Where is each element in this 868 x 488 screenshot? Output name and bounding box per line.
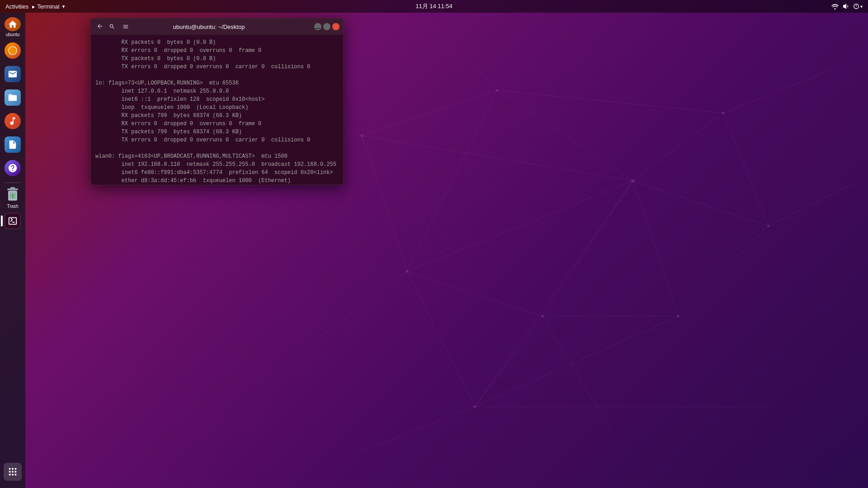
svg-line-6 (362, 136, 633, 181)
term-line-14 (95, 144, 339, 152)
svg-line-24 (316, 271, 407, 339)
svg-point-32 (677, 315, 679, 318)
term-line-2: RX errors 0 dropped 0 overruns 0 frame 0 (95, 47, 339, 55)
term-line-11: RX errors 0 dropped 0 overruns 0 frame 0 (95, 120, 339, 128)
maximize-button[interactable] (323, 23, 330, 30)
dock-label-trash: Trash (7, 204, 18, 209)
term-line-13: TX errors 0 dropped 0 overruns 0 carrier… (95, 136, 339, 144)
svg-line-26 (542, 316, 610, 429)
svg-line-22 (429, 23, 497, 90)
topbar: Activities ▸ Terminal ▼ 11月 14 11:54 ▾ (0, 0, 868, 13)
close-button[interactable]: ✕ (332, 23, 340, 30)
term-line-4: TX errors 0 dropped 0 overruns 0 carrier… (95, 63, 339, 71)
svg-rect-55 (15, 474, 17, 476)
dock-item-terminal[interactable] (3, 211, 23, 231)
dock-item-firefox[interactable] (3, 41, 23, 61)
dock-item-trash[interactable]: Trash (3, 188, 23, 207)
activities-button[interactable]: Activities (5, 3, 28, 10)
terminal-icon-small: ▸ (32, 3, 35, 10)
svg-line-10 (407, 271, 475, 407)
wifi-icon[interactable] (831, 3, 839, 10)
dock-item-thunderbird[interactable] (3, 64, 23, 84)
dock-separator (5, 183, 21, 183)
terminal-title: ubuntu@ubuntu: ~/Desktop (133, 23, 284, 30)
svg-line-13 (678, 226, 769, 316)
svg-point-34 (360, 134, 363, 137)
dock-item-help[interactable] (3, 158, 23, 178)
terminal-menu-icon[interactable] (121, 22, 131, 32)
dock-item-files[interactable] (3, 88, 23, 108)
svg-point-30 (722, 112, 725, 114)
term-line-16: inet 192.168.0.110 netmask 255.255.255.0… (95, 160, 339, 169)
term-line-10: RX packets 799 bytes 68374 (68.3 KB) (95, 112, 339, 120)
term-line-3: TX packets 0 bytes 0 (0.0 B) (95, 55, 339, 63)
svg-point-33 (541, 315, 544, 318)
system-menu[interactable]: ▾ (853, 3, 863, 9)
svg-line-25 (362, 407, 475, 452)
dock-label-home: ubuntu (6, 32, 20, 37)
svg-rect-47 (9, 468, 11, 470)
term-line-5 (95, 71, 339, 79)
svg-point-31 (767, 225, 770, 227)
svg-line-11 (497, 90, 723, 113)
svg-line-12 (723, 113, 769, 226)
term-line-9: loop txqueuelen 1000 (Local Loopback) (95, 103, 339, 112)
topbar-right: ▾ (831, 3, 863, 10)
terminal-toolbar (107, 22, 131, 32)
svg-rect-49 (15, 468, 17, 470)
terminal-content[interactable]: RX packets 0 bytes 0 (0.0 B) RX errors 0… (91, 35, 343, 185)
svg-line-4 (633, 181, 678, 316)
svg-line-18 (475, 316, 678, 407)
svg-line-3 (633, 181, 769, 226)
term-line-18: ether d8:3a:dd:45:ef:bb txqueuelen 1000 … (95, 177, 339, 185)
svg-line-7 (475, 181, 633, 407)
minimize-button[interactable] (314, 23, 321, 30)
svg-line-0 (407, 181, 633, 271)
dock: ubuntu (0, 13, 25, 488)
svg-line-5 (542, 181, 633, 316)
volume-icon[interactable] (842, 3, 849, 10)
svg-rect-56 (316, 28, 320, 29)
term-line-6: lo: flags=73<UP,LOOPBACK,RUNNING> mtu 65… (95, 79, 339, 87)
terminal-window: ubuntu@ubuntu: ~/Desktop ✕ RX packets 0 … (90, 18, 344, 185)
svg-line-20 (769, 181, 859, 226)
svg-line-17 (362, 136, 407, 271)
svg-point-28 (406, 270, 408, 272)
svg-line-21 (723, 68, 836, 113)
svg-point-29 (496, 89, 499, 92)
term-line-17: inet6 fe80::f891:dba4:5357:4774 prefixle… (95, 169, 339, 177)
svg-line-16 (362, 90, 497, 136)
svg-rect-48 (12, 468, 14, 470)
svg-line-1 (497, 90, 633, 181)
svg-point-35 (473, 405, 476, 408)
svg-point-27 (631, 179, 635, 183)
term-line-1: RX packets 0 bytes 0 (0.0 B) (95, 38, 339, 47)
topbar-datetime: 11月 14 11:54 (415, 2, 453, 10)
window-controls: ✕ (314, 23, 340, 30)
svg-line-15 (475, 316, 542, 407)
trash-icon (5, 187, 21, 203)
svg-line-2 (633, 113, 723, 181)
svg-rect-52 (15, 471, 17, 473)
svg-line-9 (407, 271, 542, 316)
topbar-left: Activities ▸ Terminal ▼ (5, 3, 66, 10)
svg-rect-54 (12, 474, 14, 476)
show-applications-button[interactable] (4, 463, 22, 481)
terminal-back-icon[interactable] (96, 23, 104, 31)
terminal-titlebar: ubuntu@ubuntu: ~/Desktop ✕ (91, 19, 343, 35)
svg-rect-50 (9, 471, 11, 473)
grid-icon (8, 467, 18, 477)
dock-item-writer[interactable] (3, 135, 23, 155)
svg-rect-51 (12, 471, 14, 473)
svg-line-8 (407, 90, 497, 271)
dock-item-home[interactable]: ubuntu (3, 17, 23, 37)
terminal-search-icon[interactable] (107, 22, 117, 32)
term-line-12: TX packets 799 bytes 68374 (68.3 KB) (95, 128, 339, 136)
term-line-8: inet6 ::1 prefixlen 128 scopeid 0x10<hos… (95, 95, 339, 103)
term-line-15: wlan0: flags=4163<UP,BROADCAST,RUNNING,M… (95, 152, 339, 160)
topbar-terminal-label[interactable]: ▸ Terminal ▼ (32, 3, 66, 10)
term-line-7: inet 127.0.0.1 netmask 255.0.0.0 (95, 87, 339, 95)
svg-rect-53 (9, 474, 11, 476)
dock-item-rhythmbox[interactable] (3, 111, 23, 131)
svg-rect-42 (10, 187, 15, 189)
